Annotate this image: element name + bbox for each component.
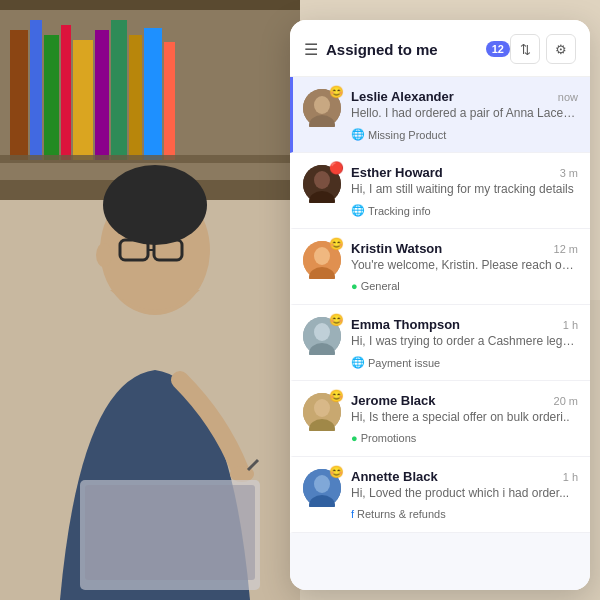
svg-point-34	[314, 247, 330, 265]
conv-top-esther: Esther Howard 3 m	[351, 165, 578, 180]
conv-preview-kristin: You're welcome, Kristin. Please reach ou…	[351, 258, 578, 272]
status-emoji-leslie: 😊	[329, 86, 344, 98]
svg-point-21	[103, 165, 207, 245]
svg-rect-8	[95, 30, 109, 160]
conv-top-leslie: Leslie Alexander now	[351, 89, 578, 104]
status-emoji-kristin: 😊	[329, 238, 344, 250]
conv-name-esther: Esther Howard	[351, 165, 443, 180]
avatar-wrap-kristin: 😊	[303, 241, 341, 279]
conv-tag-esther: 🌐 Tracking info	[351, 204, 431, 217]
filter-button[interactable]: ⚙	[546, 34, 576, 64]
conversation-list: 😊 Leslie Alexander now Hello. I had orde…	[290, 77, 590, 590]
avatar-wrap-emma: 😊	[303, 317, 341, 355]
avatar-wrap-esther: 🔴	[303, 165, 341, 203]
status-emoji-esther: 🔴	[329, 162, 344, 174]
svg-rect-6	[61, 25, 71, 160]
conv-time-esther: 3 m	[560, 167, 578, 179]
tag-label-emma: Payment issue	[368, 357, 440, 369]
tag-label-kristin: General	[361, 280, 400, 292]
conv-top-emma: Emma Thompson 1 h	[351, 317, 578, 332]
status-emoji-jerome: 😊	[329, 390, 344, 402]
svg-rect-4	[30, 20, 42, 160]
globe-icon-emma: 🌐	[351, 356, 365, 369]
tag-label-annette: Returns & refunds	[357, 508, 446, 520]
conv-top-annette: Annette Black 1 h	[351, 469, 578, 484]
svg-rect-24	[85, 485, 255, 580]
svg-rect-3	[10, 30, 28, 160]
conv-content-jerome: Jerome Black 20 m Hi, Is there a special…	[351, 393, 578, 446]
avatar-wrap-leslie: 😊	[303, 89, 341, 127]
conv-tag-emma: 🌐 Payment issue	[351, 356, 440, 369]
conv-preview-emma: Hi, I was trying to order a Cashmere leg…	[351, 334, 578, 348]
menu-icon[interactable]: ☰	[304, 40, 318, 59]
conv-preview-jerome: Hi, Is there a special offer on bulk ord…	[351, 410, 578, 424]
status-emoji-annette: 😊	[329, 466, 344, 478]
panel-header: ☰ Assigned to me 12 ⇅ ⚙	[290, 20, 590, 77]
conv-preview-esther: Hi, I am still waiting for my tracking d…	[351, 182, 578, 196]
conversation-count-badge: 12	[486, 41, 510, 57]
svg-rect-9	[111, 20, 127, 160]
conv-preview-leslie: Hello. I had ordered a pair of Anna Lace…	[351, 106, 578, 120]
globe-icon-leslie: 🌐	[351, 128, 365, 141]
conversation-item-esther[interactable]: 🔴 Esther Howard 3 m Hi, I am still waiti…	[290, 153, 590, 229]
svg-rect-11	[144, 28, 162, 160]
whatsapp-icon-jerome: ●	[351, 432, 358, 444]
tag-label-jerome: Promotions	[361, 432, 417, 444]
conv-name-leslie: Leslie Alexander	[351, 89, 454, 104]
conv-top-kristin: Kristin Watson 12 m	[351, 241, 578, 256]
svg-rect-12	[164, 42, 175, 160]
conversation-item-emma[interactable]: 😊 Emma Thompson 1 h Hi, I was trying to …	[290, 305, 590, 381]
conv-content-emma: Emma Thompson 1 h Hi, I was trying to or…	[351, 317, 578, 370]
svg-rect-7	[73, 40, 93, 160]
status-emoji-emma: 😊	[329, 314, 344, 326]
svg-rect-13	[0, 155, 340, 163]
conv-time-leslie: now	[558, 91, 578, 103]
conv-time-emma: 1 h	[563, 319, 578, 331]
conv-preview-annette: Hi, Loved the product which i had order.…	[351, 486, 578, 500]
conv-name-kristin: Kristin Watson	[351, 241, 442, 256]
svg-point-43	[314, 475, 330, 493]
conv-time-kristin: 12 m	[554, 243, 578, 255]
svg-point-28	[314, 96, 330, 114]
header-actions: ⇅ ⚙	[510, 34, 576, 64]
conv-name-emma: Emma Thompson	[351, 317, 460, 332]
svg-rect-5	[44, 35, 59, 160]
conv-content-leslie: Leslie Alexander now Hello. I had ordere…	[351, 89, 578, 142]
tag-label-esther: Tracking info	[368, 205, 431, 217]
conv-content-esther: Esther Howard 3 m Hi, I am still waiting…	[351, 165, 578, 218]
conv-name-annette: Annette Black	[351, 469, 438, 484]
svg-rect-10	[129, 35, 142, 160]
avatar-wrap-annette: 😊	[303, 469, 341, 507]
conv-top-jerome: Jerome Black 20 m	[351, 393, 578, 408]
conv-tag-jerome: ● Promotions	[351, 432, 416, 444]
svg-point-31	[314, 171, 330, 189]
sort-button[interactable]: ⇅	[510, 34, 540, 64]
svg-point-37	[314, 323, 330, 341]
globe-icon-esther: 🌐	[351, 204, 365, 217]
panel-title: Assigned to me	[326, 41, 480, 58]
conv-time-annette: 1 h	[563, 471, 578, 483]
conv-tag-leslie: 🌐 Missing Product	[351, 128, 446, 141]
svg-rect-14	[0, 0, 340, 10]
conv-time-jerome: 20 m	[554, 395, 578, 407]
conv-content-annette: Annette Black 1 h Hi, Loved the product …	[351, 469, 578, 522]
svg-point-40	[314, 399, 330, 417]
conv-name-jerome: Jerome Black	[351, 393, 436, 408]
sort-icon: ⇅	[520, 42, 531, 57]
conversation-item-jerome[interactable]: 😊 Jerome Black 20 m Hi, Is there a speci…	[290, 381, 590, 457]
avatar-wrap-jerome: 😊	[303, 393, 341, 431]
tag-label-leslie: Missing Product	[368, 129, 446, 141]
facebook-icon-annette: f	[351, 508, 354, 520]
conv-tag-kristin: ● General	[351, 280, 400, 292]
conv-tag-annette: f Returns & refunds	[351, 508, 446, 520]
conv-content-kristin: Kristin Watson 12 m You're welcome, Kris…	[351, 241, 578, 294]
conversation-panel: ☰ Assigned to me 12 ⇅ ⚙	[290, 20, 590, 590]
conversation-item-kristin[interactable]: 😊 Kristin Watson 12 m You're welcome, Kr…	[290, 229, 590, 305]
conversation-item-leslie[interactable]: 😊 Leslie Alexander now Hello. I had orde…	[290, 77, 590, 153]
filter-icon: ⚙	[555, 42, 567, 57]
svg-point-22	[96, 243, 112, 267]
whatsapp-icon-kristin: ●	[351, 280, 358, 292]
conversation-item-annette[interactable]: 😊 Annette Black 1 h Hi, Loved the produc…	[290, 457, 590, 533]
